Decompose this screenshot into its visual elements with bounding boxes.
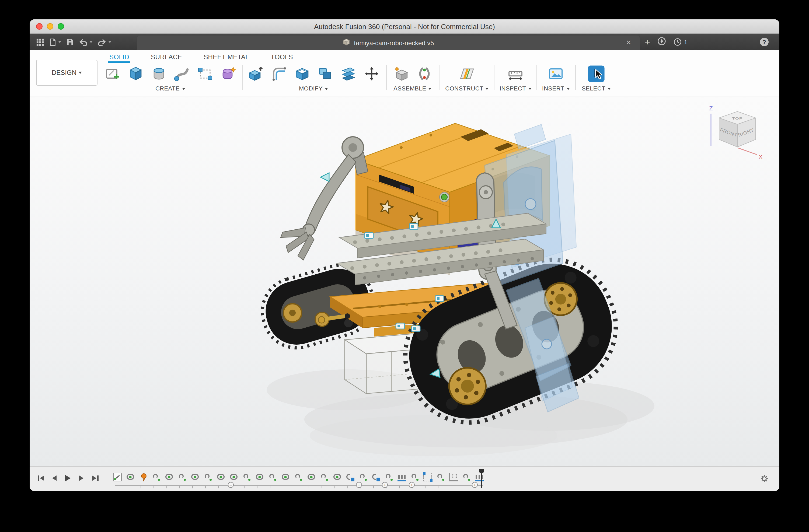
workspace-switcher[interactable]: DESIGN [36,60,98,86]
presspull-icon[interactable] [247,66,264,82]
timeline-item-joint[interactable] [126,473,135,481]
insert-group-icons [538,63,574,85]
joint-icon[interactable] [416,66,432,82]
undo-button[interactable] [79,36,93,48]
timeline-item-joint[interactable] [165,473,173,481]
tab-sheet-metal[interactable]: SHEET METAL [203,51,250,63]
viewcube[interactable]: Z X TOP FRONT RIGHT [704,103,769,163]
timeline-item-slider[interactable] [475,473,484,481]
timeline-item-joint[interactable] [281,473,290,481]
timeline-ruler[interactable] [115,485,483,489]
collapse-group-button[interactable]: − [228,482,234,488]
timeline-item-bluejoint[interactable] [346,473,355,481]
timeline-item-joint[interactable] [307,473,316,481]
timeline-item-joint[interactable] [191,473,199,481]
newcomponent-icon[interactable] [393,66,409,82]
expand-group-button[interactable]: + [382,482,388,488]
timeline-item-joint2[interactable] [204,473,212,481]
timeline-item-joint2[interactable] [178,473,186,481]
expand-group-button[interactable]: + [472,482,478,488]
chevron-down-icon [566,88,570,90]
combine-icon[interactable] [317,66,333,82]
expand-group-button[interactable]: + [409,482,415,488]
joint-glyph[interactable] [435,296,444,302]
timeline-item-joint[interactable] [333,473,342,481]
close-window-button[interactable] [36,23,42,30]
zoom-window-button[interactable] [58,23,64,30]
timeline-settings-gear-icon[interactable] [760,474,769,483]
extrude-icon[interactable] [127,66,143,82]
timeline-item-joint2[interactable] [242,473,251,481]
timeline-item-joint2[interactable] [436,473,445,481]
form-icon[interactable] [220,66,236,82]
joint-glyph[interactable] [396,323,404,329]
help-button[interactable]: ? [760,38,769,46]
timeline-item-joint2[interactable] [320,473,329,481]
timeline-item-slider[interactable] [397,473,406,481]
timeline-items [113,473,484,481]
step-forward-button[interactable] [76,474,86,482]
inspect-group-dropdown[interactable]: INSPECT [496,85,535,91]
sweep-icon[interactable] [174,66,190,82]
modify-group-dropdown[interactable]: MODIFY [245,85,382,91]
timeline-item-joint2[interactable] [410,473,419,481]
play-button[interactable] [63,474,73,482]
joint-glyph[interactable] [409,224,418,229]
save-button[interactable] [66,36,74,48]
step-back-button[interactable] [50,474,59,482]
timeline-scrubber[interactable] [481,469,482,488]
measure-icon[interactable] [507,66,523,82]
timeline-item-joint2[interactable] [384,473,393,481]
joint-glyph[interactable] [365,233,373,238]
tab-tools[interactable]: TOOLS [270,51,294,63]
chevron-down-icon [528,88,531,90]
move-icon[interactable] [363,66,379,82]
construct-group-dropdown[interactable]: CONSTRUCT [442,85,492,91]
shell-icon[interactable] [294,66,310,82]
skip-end-button[interactable] [90,474,100,482]
minimize-window-button[interactable] [47,23,53,30]
apps-grid-icon[interactable] [36,36,44,48]
model-robot[interactable] [30,96,779,466]
pattern-icon[interactable] [197,66,213,82]
timeline-item-joint2[interactable] [462,473,471,481]
redo-button[interactable] [98,36,111,48]
timeline-item-joint[interactable] [229,473,238,481]
expand-group-button[interactable]: + [356,482,362,488]
assemble-group-dropdown[interactable]: ASSEMBLE [388,85,437,91]
inspect-group-label: INSPECT [500,85,526,91]
select-group-dropdown[interactable]: SELECT [577,85,616,91]
modify-group: MODIFY [245,63,382,94]
chevron-down-icon [325,88,328,90]
job-status-button[interactable]: 1 [673,38,687,46]
timeline-item-joint[interactable] [217,473,225,481]
create-group-dropdown[interactable]: CREATE [102,85,239,91]
viewport-canvas[interactable]: Z X TOP FRONT RIGHT [30,96,779,466]
file-menu-button[interactable] [49,36,62,48]
timeline-item-joint2[interactable] [359,473,367,481]
timeline-item-joint[interactable] [255,473,264,481]
plane-icon[interactable] [459,66,475,82]
insert-group-dropdown[interactable]: INSERT [538,85,574,91]
split-icon[interactable] [340,66,356,82]
document-tab[interactable]: tamiya-cam-robo-necked v5 ✕ [137,36,640,50]
image-icon[interactable] [548,66,564,82]
tab-surface[interactable]: SURFACE [150,51,183,63]
timeline-item-joint2[interactable] [268,473,277,481]
timeline-item-sketch[interactable] [113,473,122,481]
extensions-icon[interactable] [657,36,666,48]
skip-start-button[interactable] [36,474,46,482]
close-tab-icon[interactable]: ✕ [624,38,633,47]
timeline-item-pattern2[interactable] [449,473,458,481]
sketch-icon[interactable] [104,66,120,82]
timeline-item-joint2[interactable] [152,473,160,481]
new-tab-button[interactable]: + [645,37,650,47]
fillet-icon[interactable] [271,66,287,82]
revolve-icon[interactable] [151,66,167,82]
timeline-item-joint2[interactable] [294,473,303,481]
joint-glyph[interactable] [412,326,420,332]
timeline-item-pattern[interactable] [423,473,432,481]
timeline-item-pin[interactable] [139,473,148,481]
tab-solid[interactable]: SOLID [108,51,130,63]
timeline-item-bluejoint[interactable] [372,473,380,481]
